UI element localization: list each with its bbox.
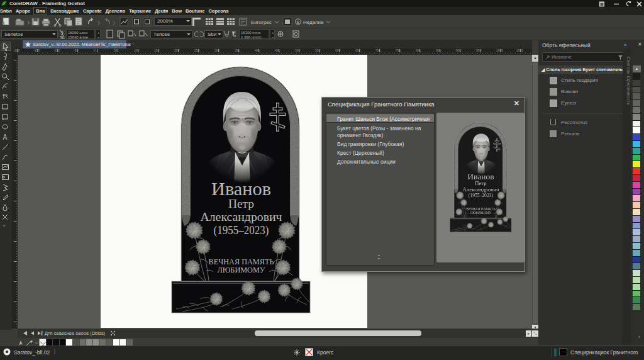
svg-text:Александрович: Александрович	[201, 211, 282, 223]
svg-text:Иванов: Иванов	[211, 178, 271, 199]
svg-text:Недаnие: Недаnие	[303, 20, 324, 25]
svg-text:(1955–2023): (1955–2023)	[469, 193, 493, 198]
svg-text:Александрович: Александрович	[463, 187, 499, 193]
svg-text:Петр: Петр	[475, 181, 486, 186]
svg-text:ЛЮБИМОМУ: ЛЮБИМОМУ	[470, 211, 492, 215]
svg-text:B: B	[297, 20, 300, 25]
svg-text:Еигогрес: Еигогрес	[251, 20, 272, 25]
svg-text:ЛЮБИМОМУ: ЛЮБИМОМУ	[218, 265, 266, 274]
svg-text:Петр: Петр	[228, 198, 254, 210]
svg-text:Иванов: Иванов	[467, 172, 494, 181]
svg-text:(1955–2023): (1955–2023)	[214, 224, 269, 237]
svg-text:ВЕЧНАЯ ПАМЯТЬ: ВЕЧНАЯ ПАМЯТЬ	[466, 207, 496, 211]
